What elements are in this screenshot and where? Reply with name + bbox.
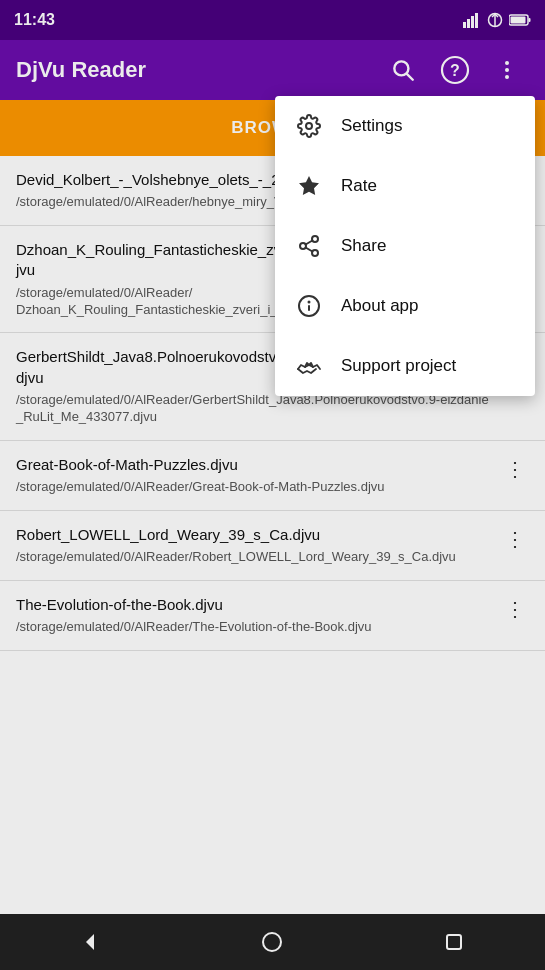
menu-item-support[interactable]: Support project [275, 336, 535, 396]
menu-about-label: About app [341, 296, 419, 316]
svg-point-16 [306, 123, 312, 129]
svg-line-21 [306, 248, 313, 252]
info-icon [295, 292, 323, 320]
handshake-icon [295, 352, 323, 380]
menu-rate-label: Rate [341, 176, 377, 196]
menu-item-settings[interactable]: Settings [275, 96, 535, 156]
svg-marker-17 [299, 176, 319, 195]
menu-support-label: Support project [341, 356, 456, 376]
menu-settings-label: Settings [341, 116, 402, 136]
dropdown-menu: Settings Rate Share [275, 96, 535, 396]
star-icon [295, 172, 323, 200]
gear-icon [295, 112, 323, 140]
menu-item-share[interactable]: Share [275, 216, 535, 276]
menu-share-label: Share [341, 236, 386, 256]
share-icon [295, 232, 323, 260]
menu-item-rate[interactable]: Rate [275, 156, 535, 216]
svg-line-22 [306, 241, 313, 245]
menu-item-about[interactable]: About app [275, 276, 535, 336]
